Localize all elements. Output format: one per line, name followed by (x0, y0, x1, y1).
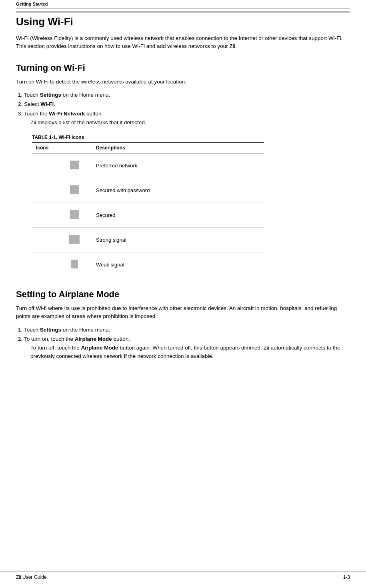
page-footer: Zii User Guide 1-3 (0, 572, 366, 580)
desc-secured: Secured (96, 203, 264, 228)
table-header-icons: Icons (32, 142, 96, 153)
step2-1-bold: Settings (40, 327, 61, 333)
section1-steps: Touch Settings on the Home menu. Select … (16, 91, 350, 127)
intro-text: Wi-Fi (Wireless Fidelity) is a commonly … (16, 34, 350, 51)
step2-2: To turn on, touch the Airplane Mode butt… (24, 335, 350, 361)
icon-cell-preferred (32, 153, 96, 178)
section1-intro: Turn on Wi-Fi to detect the wireless net… (16, 78, 350, 86)
step-1: Touch Settings on the Home menu. (24, 91, 350, 99)
step2-2-sub: To turn off, touch the Airplane Mode but… (24, 344, 350, 361)
step1-bold: Settings (40, 92, 61, 98)
step2-2-bold: Airplane Mode (75, 336, 112, 342)
section2-steps: Touch Settings on the Home menu. To turn… (16, 326, 350, 361)
table-row: Strong signal (32, 228, 264, 252)
section2-title: Setting to Airplane Mode (16, 289, 350, 300)
step-3: Touch the Wi-Fi Network button. Zii disp… (24, 109, 350, 127)
footer-left: Zii User Guide (16, 574, 47, 580)
icon-cell-secured-pw (32, 178, 96, 203)
secured-password-icon (70, 185, 79, 194)
step2-1: Touch Settings on the Home menu. (24, 326, 350, 334)
wifi-icons-table: Icons Descriptions Preferred network Sec… (32, 142, 264, 277)
section2-intro: Turn off Wi-fi where its use is prohibit… (16, 304, 350, 321)
step3-sub: Zii displays a list of the networks that… (24, 118, 350, 127)
icon-cell-strong (32, 228, 96, 252)
desc-preferred: Preferred network (96, 153, 264, 178)
icon-cell-weak (32, 252, 96, 277)
section1-title: Turning on Wi-Fi (16, 63, 350, 73)
desc-secured-pw: Secured with password (96, 178, 264, 203)
footer-right: 1-3 (343, 574, 350, 580)
secured-icon (70, 210, 79, 219)
table-row: Preferred network (32, 153, 264, 178)
step-2: Select Wi-Fi. (24, 100, 350, 109)
icon-cell-secured (32, 203, 96, 228)
table-header-descriptions: Descriptions (96, 142, 264, 153)
step2-2-sub-bold: Airplane Mode (81, 345, 118, 351)
desc-weak: Weak signal (96, 252, 264, 277)
step3-bold: Wi-Fi Network (49, 111, 85, 117)
table-row: Secured (32, 203, 264, 228)
table-row: Weak signal (32, 252, 264, 277)
page-header: Getting Started (16, 0, 350, 8)
table-label: TABLE 1-1. Wi-Fi icons (32, 135, 350, 140)
strong-signal-icon (69, 235, 80, 244)
step2-bold: Wi-Fi (40, 101, 54, 107)
main-title: Using Wi-Fi (16, 12, 350, 28)
table-row: Secured with password (32, 178, 264, 203)
breadcrumb: Getting Started (16, 2, 48, 6)
weak-signal-icon (71, 260, 78, 268)
preferred-network-icon (70, 161, 79, 169)
desc-strong: Strong signal (96, 228, 264, 252)
